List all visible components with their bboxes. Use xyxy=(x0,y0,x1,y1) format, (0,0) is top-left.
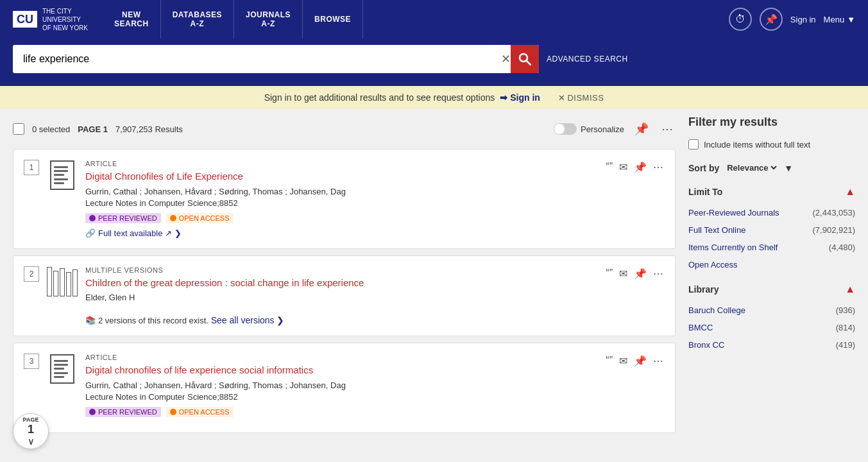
selected-count: 0 selected xyxy=(32,124,70,134)
result-number-1: 1 xyxy=(24,160,39,175)
email-button-1[interactable]: ✉ xyxy=(618,160,629,175)
banner-message: Sign in to get additional results and to… xyxy=(264,92,495,103)
search-input[interactable] xyxy=(13,45,539,73)
peer-reviewed-badge-3: PEER REVIEWED xyxy=(85,407,161,417)
banner-dismiss-button[interactable]: ✕ DISMISS xyxy=(558,93,604,103)
books-stack-icon xyxy=(47,267,78,296)
peer-reviewed-label: Peer-Reviewed Journals xyxy=(688,208,779,218)
icon-line xyxy=(54,368,64,370)
page-number: 1 xyxy=(28,423,34,436)
result-source-3: Lecture Notes in Computer Science;8852 xyxy=(85,392,597,402)
filter-item-full-text[interactable]: Full Text Online (7,902,921) xyxy=(688,221,855,239)
menu-chevron-icon: ▼ xyxy=(847,15,855,24)
limit-to-header[interactable]: Limit To ▲ xyxy=(688,186,855,198)
icon-line xyxy=(54,178,68,180)
cite-button-1[interactable]: “” xyxy=(604,160,614,174)
personalize-toggle: Personalize xyxy=(554,123,624,135)
chevron-right-icon: ❯ xyxy=(174,228,182,238)
more-button-2[interactable]: ⋯ xyxy=(652,266,665,281)
chain-icon: 🔗 xyxy=(85,228,96,238)
toolbar-pin-button[interactable]: 📌 xyxy=(632,121,651,137)
include-without-fulltext-checkbox[interactable] xyxy=(688,139,699,150)
versions-text: 2 versions of this record exist. xyxy=(98,316,208,325)
main-nav: NEWSEARCH DATABASESA-Z JOURNALSA-Z BROWS… xyxy=(103,0,363,38)
nav-new-search[interactable]: NEWSEARCH xyxy=(103,0,161,38)
sort-by-label: Sort by xyxy=(688,163,719,173)
nav-browse[interactable]: BROWSE xyxy=(303,0,363,38)
logo[interactable]: CU THE CITY UNIVERSITY OF NEW YORK xyxy=(13,7,90,32)
main-content: 0 selected PAGE 1 7,907,253 Results Pers… xyxy=(0,109,868,446)
email-button-2[interactable]: ✉ xyxy=(618,266,629,281)
pin-result-button-2[interactable]: 📌 xyxy=(633,266,648,281)
result-icon-2 xyxy=(47,266,78,297)
result-title-2[interactable]: Children of the great depression : socia… xyxy=(85,277,597,289)
email-button-3[interactable]: ✉ xyxy=(618,354,629,368)
result-badges-3: PEER REVIEWED OPEN ACCESS xyxy=(85,407,597,417)
nav-journals[interactable]: JOURNALSA-Z xyxy=(234,0,303,38)
limit-to-collapse-icon: ▲ xyxy=(845,186,855,198)
bronx-cc-count: (419) xyxy=(836,340,855,350)
cite-button-3[interactable]: “” xyxy=(604,354,614,368)
svg-line-1 xyxy=(527,61,531,65)
personalize-toggle-switch[interactable] xyxy=(554,123,577,135)
icon-line xyxy=(54,360,68,362)
external-link-icon: ↗ xyxy=(165,228,172,238)
limit-to-title: Limit To xyxy=(688,187,722,197)
full-text-count: (7,902,921) xyxy=(813,225,856,235)
pin-result-button-1[interactable]: 📌 xyxy=(633,160,648,175)
signin-banner: Sign in to get additional results and to… xyxy=(0,86,868,109)
book-spine xyxy=(66,272,71,296)
filter-item-open-access[interactable]: Open Access xyxy=(688,256,855,273)
nav-databases[interactable]: DATABASESA-Z xyxy=(161,0,234,38)
result-icon-1 xyxy=(47,160,78,191)
header-right: ⏱ 📌 Sign in Menu ▼ xyxy=(729,8,855,31)
more-button-3[interactable]: ⋯ xyxy=(652,354,665,368)
search-clear-button[interactable]: ✕ xyxy=(501,52,511,66)
header-menu-link[interactable]: Menu ▼ xyxy=(824,15,855,24)
search-icon xyxy=(518,53,531,65)
full-text-link-1[interactable]: 🔗 Full text available ↗ ❯ xyxy=(85,228,597,238)
open-access-badge: OPEN ACCESS xyxy=(166,213,234,223)
cite-button-2[interactable]: “” xyxy=(604,266,614,280)
book-spine xyxy=(72,270,78,296)
open-access-badge-3: OPEN ACCESS xyxy=(166,407,234,417)
result-authors-2: Elder, Glen H xyxy=(85,293,597,302)
filter-item-peer-reviewed[interactable]: Peer-Reviewed Journals (2,443,053) xyxy=(688,204,855,221)
open-access-label: Open Access xyxy=(688,260,738,270)
open-dot-icon xyxy=(170,215,176,221)
toolbar-more-button[interactable]: ⋯ xyxy=(659,121,676,137)
include-without-fulltext-label[interactable]: Include items without full text xyxy=(704,140,810,150)
bmcc-label: BMCC xyxy=(688,323,713,332)
library-header[interactable]: Library ▲ xyxy=(688,284,855,295)
see-all-versions-link[interactable]: See all versions ❯ xyxy=(211,315,285,325)
open-dot-icon-3 xyxy=(170,409,176,415)
page-circle[interactable]: PAGE 1 ∨ xyxy=(13,413,49,446)
history-button[interactable]: ⏱ xyxy=(729,8,752,31)
pin-button[interactable]: 📌 xyxy=(760,8,783,31)
filter-item-bmcc[interactable]: BMCC (814) xyxy=(688,319,855,336)
on-shelf-count: (4,480) xyxy=(829,243,855,252)
select-all-checkbox[interactable] xyxy=(13,123,24,135)
sort-by-select[interactable]: Relevance Date Author xyxy=(724,162,779,173)
filter-item-on-shelf[interactable]: Items Currently on Shelf (4,480) xyxy=(688,239,855,256)
results-area: 0 selected PAGE 1 7,907,253 Results Pers… xyxy=(13,116,676,440)
results-count: 7,907,253 Results xyxy=(115,124,183,134)
versions-area: 📚 2 versions of this record exist. See a… xyxy=(85,315,597,325)
versions-icon: 📚 xyxy=(85,316,96,325)
pin-result-button-3[interactable]: 📌 xyxy=(633,354,648,368)
more-button-1[interactable]: ⋯ xyxy=(652,160,665,175)
result-title-3[interactable]: Digital chronofiles of life experience s… xyxy=(85,364,597,377)
filter-item-bronx-cc[interactable]: Bronx CC (419) xyxy=(688,336,855,354)
result-card-2: 2 MULTIPLE VERSIONS Children of the grea… xyxy=(13,255,676,337)
header-signin-link[interactable]: Sign in xyxy=(790,15,816,24)
search-button[interactable] xyxy=(511,45,539,73)
banner-signin-link[interactable]: ➡ Sign in xyxy=(500,92,540,103)
book-spine xyxy=(47,267,52,296)
filter-item-baruch[interactable]: Baruch College (936) xyxy=(688,302,855,319)
baruch-count: (936) xyxy=(836,305,855,315)
result-title-1[interactable]: Digital Chronofiles of Life Experience xyxy=(85,170,597,183)
icon-line xyxy=(54,376,64,378)
results-toolbar: 0 selected PAGE 1 7,907,253 Results Pers… xyxy=(13,116,676,142)
result-content-1: ARTICLE Digital Chronofiles of Life Expe… xyxy=(85,160,597,238)
advanced-search-link[interactable]: ADVANCED SEARCH xyxy=(547,55,628,64)
